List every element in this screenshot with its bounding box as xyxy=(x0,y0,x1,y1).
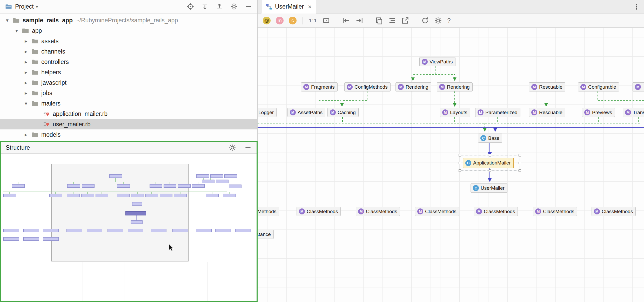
chevron-right-icon[interactable]: ▸ xyxy=(21,132,31,138)
toggle-constants-badge[interactable]: c xyxy=(289,17,297,24)
tab-usermailer[interactable]: UserMailer × xyxy=(261,0,316,14)
tree-item-javascript[interactable]: ▸ javascript xyxy=(0,77,257,88)
diagram-node[interactable]: MClassMethods xyxy=(258,207,279,216)
settings-gear-icon[interactable] xyxy=(230,3,238,10)
diagram-node[interactable]: MClassMethods xyxy=(356,207,400,216)
diagram-node[interactable]: MRescuable xyxy=(529,82,565,91)
diagram-node[interactable]: MClassMethods xyxy=(415,207,459,216)
module-icon: M xyxy=(478,109,484,115)
minimap-node xyxy=(132,202,142,206)
diagram-node[interactable]: MParameterized xyxy=(475,108,520,117)
folder-icon xyxy=(31,131,39,138)
diagram-node[interactable]: MFragments xyxy=(301,82,338,91)
tree-item-user-mailer[interactable]: user_mailer.rb xyxy=(0,119,257,129)
diagram-node[interactable]: MLogger xyxy=(258,108,277,117)
node-label: ViewPaths xyxy=(430,59,453,65)
diagram-node[interactable]: MClassMethods xyxy=(474,207,518,216)
settings-gear-icon[interactable] xyxy=(434,17,442,24)
diagram-node[interactable]: MLayouts xyxy=(440,108,470,117)
tree-item-application-mailer[interactable]: application_mailer.rb xyxy=(0,109,257,119)
diagram-node[interactable]: MRendering xyxy=(395,82,431,91)
diagram-node[interactable]: MClassMethods xyxy=(297,207,341,216)
diagram-node[interactable]: CInstance xyxy=(258,230,274,239)
chevron-right-icon[interactable]: ▸ xyxy=(21,38,31,44)
minimap-node xyxy=(12,184,25,188)
diagram-node[interactable]: MClassMethods xyxy=(592,207,636,216)
copy-diagram-icon[interactable] xyxy=(375,17,383,24)
chevron-right-icon[interactable]: ▸ xyxy=(21,80,31,86)
chevron-down-icon[interactable]: ▾ xyxy=(21,100,31,107)
diagram-node[interactable]: CUserMailer xyxy=(471,183,507,193)
diagram-node[interactable]: MTranslation xyxy=(623,108,644,117)
module-icon: M xyxy=(330,109,336,115)
diagram-node[interactable]: MConfigurable xyxy=(578,82,619,91)
diagram-node[interactable]: MRendering xyxy=(437,82,473,91)
tree-item-app[interactable]: ▾ app xyxy=(0,25,257,36)
minimap-node xyxy=(224,174,237,178)
chevron-down-icon[interactable]: ▾ xyxy=(36,4,38,10)
diagram-node[interactable]: MViewPaths xyxy=(419,57,455,66)
minimap-node xyxy=(196,229,212,232)
show-children-icon[interactable] xyxy=(355,17,363,24)
structure-panel-title: Structure xyxy=(6,144,30,151)
editor-tab-bar: UserMailer × xyxy=(258,0,644,14)
diagram-tab-icon xyxy=(266,3,272,10)
tree-item-sample-rails-app[interactable]: ▾ sample_rails_app ~/RubymineProjects/sa… xyxy=(0,15,257,25)
module-icon: M xyxy=(531,109,537,115)
tree-item-label: assets xyxy=(41,38,58,45)
tree-item-channels[interactable]: ▸ channels xyxy=(0,46,257,57)
chevron-down-icon[interactable]: ▾ xyxy=(12,28,21,34)
module-icon: M xyxy=(422,59,428,65)
node-label: Rescuable xyxy=(539,84,562,90)
chevron-down-icon[interactable]: ▾ xyxy=(3,17,12,23)
minimap-node xyxy=(216,180,229,183)
diagram-node[interactable]: MRescuable xyxy=(529,108,565,117)
tree-item-controllers[interactable]: ▸ controllers xyxy=(0,57,257,67)
diagram-node[interactable]: M xyxy=(633,82,644,91)
tree-item-helpers[interactable]: ▸ helpers xyxy=(0,67,257,77)
tree-item-label: helpers xyxy=(41,69,61,76)
settings-gear-icon[interactable] xyxy=(229,144,236,152)
minimap-node xyxy=(215,229,231,232)
close-tab-icon[interactable]: × xyxy=(308,3,312,10)
diagram-node-selected[interactable]: CApplicationMailer xyxy=(463,158,514,168)
toggle-methods-badge[interactable]: m xyxy=(276,17,284,24)
tree-item-assets[interactable]: ▸ assets xyxy=(0,36,257,46)
diagram-node[interactable]: MCaching xyxy=(327,108,359,117)
expand-all-icon[interactable] xyxy=(201,3,209,10)
diagram-node[interactable]: MConfigMethods xyxy=(344,82,391,91)
diagram-node[interactable]: MClassMethods xyxy=(533,207,577,216)
fit-content-icon[interactable] xyxy=(322,17,330,24)
tree-item-label: application_mailer.rb xyxy=(53,110,108,117)
diagram-node[interactable]: MPreviews xyxy=(582,108,615,117)
chevron-right-icon[interactable]: ▸ xyxy=(21,90,31,96)
tree-item-jobs[interactable]: ▸ jobs xyxy=(0,88,257,98)
collapse-all-icon[interactable] xyxy=(216,3,223,10)
chevron-right-icon[interactable]: ▸ xyxy=(21,48,31,55)
locate-file-icon[interactable] xyxy=(186,3,194,10)
hide-panel-icon[interactable] xyxy=(245,3,252,10)
show-parents-icon[interactable] xyxy=(342,17,350,24)
toggle-attributes-badge[interactable]: @ xyxy=(263,17,271,24)
tree-item-models[interactable]: ▸ models xyxy=(0,129,257,140)
actual-size-button[interactable]: 1:1 xyxy=(309,17,317,24)
mouse-cursor xyxy=(169,244,174,252)
diagram-canvas[interactable]: MViewPaths MFragments MConfigMethods MRe… xyxy=(258,28,644,302)
minimap-node xyxy=(3,194,16,197)
diagram-minimap[interactable] xyxy=(1,154,257,301)
tree-item-mailers[interactable]: ▾ mailers xyxy=(0,98,257,109)
diagram-node[interactable]: CBase xyxy=(478,134,502,143)
kebab-menu-icon[interactable] xyxy=(633,3,640,11)
hide-panel-icon[interactable] xyxy=(244,144,252,152)
help-icon[interactable]: ? xyxy=(447,17,451,24)
chevron-right-icon[interactable]: ▸ xyxy=(21,69,31,75)
node-label: AssetPaths xyxy=(298,110,323,115)
minimap-node xyxy=(145,194,158,197)
diagram-node[interactable]: MAssetPaths xyxy=(287,108,325,117)
export-diagram-icon[interactable] xyxy=(401,17,409,24)
module-icon: M xyxy=(635,84,641,90)
node-details-icon[interactable] xyxy=(388,17,396,24)
chevron-right-icon[interactable]: ▸ xyxy=(21,59,31,65)
folder-icon xyxy=(31,37,39,45)
refresh-icon[interactable] xyxy=(421,17,429,24)
